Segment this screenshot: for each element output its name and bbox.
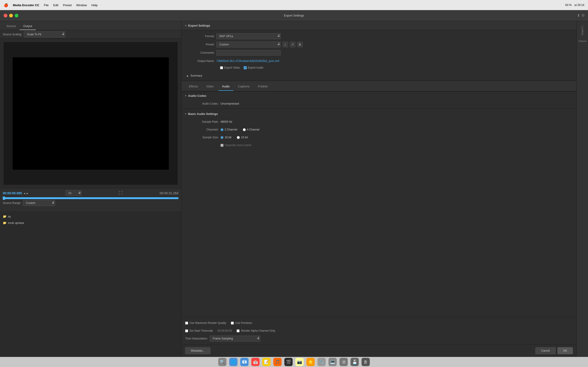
sample-rate-label: Sample Rate: bbox=[189, 120, 219, 123]
render-alpha-label: Render Alpha Channel Only bbox=[241, 329, 275, 332]
dock-safari[interactable]: 🌐 bbox=[229, 358, 237, 366]
dock-mail[interactable]: 📧 bbox=[240, 358, 249, 366]
separate-mono-option[interactable]: Separate mono tracks bbox=[221, 144, 251, 147]
dock-calendar[interactable]: 📅 bbox=[251, 358, 259, 366]
time-interpolation-wrapper[interactable]: Frame Sampling bbox=[210, 336, 260, 342]
source-range-select[interactable]: Custom bbox=[23, 200, 55, 206]
menu-edit[interactable]: Edit bbox=[53, 3, 58, 7]
tab-video[interactable]: Video bbox=[203, 82, 217, 91]
source-range-wrapper[interactable]: Custom bbox=[23, 200, 55, 206]
play-forward-btn[interactable]: ▸ bbox=[27, 192, 28, 195]
close-button[interactable] bbox=[4, 14, 7, 17]
render-alpha-checkbox[interactable] bbox=[237, 329, 240, 332]
dock-itunes[interactable]: 🎵 bbox=[273, 358, 282, 366]
menu-help[interactable]: Help bbox=[91, 3, 98, 7]
export-settings-title: Export Settings bbox=[188, 24, 210, 27]
export-video-label[interactable]: Export Video bbox=[220, 66, 240, 69]
dock-system-prefs[interactable]: 🔧 bbox=[317, 358, 326, 366]
sample-size-row: Sample Size: 16 bit 24 bit bbox=[185, 133, 573, 141]
bit-24-radio[interactable] bbox=[237, 136, 240, 139]
export-audio-label[interactable]: Export Audio bbox=[244, 66, 263, 69]
copy-icon[interactable]: ⧉ bbox=[582, 13, 584, 18]
output-name-value[interactable]: 73b850c6-2fc1-4729-a0a4-8d2031902fe2_pcm… bbox=[216, 59, 279, 63]
channel-2-radio[interactable] bbox=[221, 128, 224, 131]
file-item-xy[interactable]: 📁 xy bbox=[2, 213, 179, 219]
use-previews-option[interactable]: Use Previews bbox=[231, 321, 252, 325]
window-controls bbox=[4, 14, 18, 17]
channel-4-radio[interactable] bbox=[243, 128, 246, 131]
apple-menu[interactable]: 🍎 bbox=[4, 3, 8, 7]
tab-effects[interactable]: Effects bbox=[185, 82, 202, 91]
channel-2-option[interactable]: 2 Channel bbox=[221, 128, 237, 131]
zoom-wrapper[interactable]: Fit bbox=[65, 190, 82, 196]
delete-preset-btn[interactable]: 🗑 bbox=[297, 42, 303, 47]
timeline-handle[interactable] bbox=[3, 197, 5, 200]
volume-label: /Volume bbox=[578, 40, 586, 42]
menu-file[interactable]: File bbox=[44, 3, 49, 7]
preview-area bbox=[4, 42, 178, 185]
source-scaling-select[interactable]: Scale To Fit bbox=[24, 31, 65, 37]
separate-mono-checkbox[interactable] bbox=[221, 144, 224, 147]
dock-finder[interactable]: 🔍 bbox=[218, 358, 226, 366]
file-item-zvuk[interactable]: 📁 zvuk uprava bbox=[2, 219, 179, 226]
action-right: Cancel OK bbox=[536, 347, 573, 354]
preset-select[interactable]: Custom bbox=[216, 42, 281, 48]
playback-controls: ◂ ▸ bbox=[24, 192, 28, 195]
bit-16-radio[interactable] bbox=[221, 136, 224, 139]
zoom-select[interactable]: Fit bbox=[65, 190, 82, 196]
dock-notes[interactable]: 📝 bbox=[262, 358, 271, 366]
dock-star[interactable]: ⭐ bbox=[306, 358, 315, 366]
channels-radio-group: 2 Channel 4 Channel bbox=[221, 128, 259, 131]
dock-trash[interactable]: 🗑 bbox=[362, 358, 370, 366]
cancel-button[interactable]: Cancel bbox=[536, 347, 555, 354]
comments-input[interactable] bbox=[216, 50, 281, 56]
tab-output[interactable]: Output bbox=[19, 23, 36, 30]
set-start-timecode-option[interactable]: Set Start Timecode bbox=[185, 329, 213, 332]
dock-laptop[interactable]: 💻 bbox=[329, 358, 337, 366]
fullscreen-btn[interactable]: ⛶ bbox=[119, 191, 122, 195]
channel-4-label: 4 Channel bbox=[247, 128, 259, 131]
metadata-button[interactable]: Metadata... bbox=[185, 347, 210, 354]
dock-photos[interactable]: 📷 bbox=[295, 358, 304, 366]
menu-preset[interactable]: Preset bbox=[63, 3, 72, 7]
collapse-arrow[interactable]: ▾ bbox=[185, 24, 186, 27]
export-audio-checkbox[interactable] bbox=[244, 66, 247, 69]
minimize-button[interactable] bbox=[9, 14, 13, 17]
export-video-checkbox[interactable] bbox=[220, 66, 223, 69]
dock-save[interactable]: 💾 bbox=[351, 358, 359, 366]
reset-preset-btn[interactable]: ↺ bbox=[290, 42, 295, 47]
audio-codec-section: ▾ Audio Codec Audio Codec: Uncompressed bbox=[182, 92, 577, 108]
render-alpha-option[interactable]: Render Alpha Channel Only bbox=[237, 329, 275, 332]
max-render-quality-option[interactable]: Use Maximum Render Quality bbox=[185, 321, 226, 325]
use-previews-checkbox[interactable] bbox=[231, 322, 234, 325]
format-select[interactable]: MXF OP1a bbox=[216, 33, 281, 39]
separate-mono-row: Separate mono tracks bbox=[185, 141, 573, 149]
play-back-btn[interactable]: ◂ bbox=[24, 192, 25, 195]
tab-audio[interactable]: Audio bbox=[218, 82, 233, 91]
preset-select-wrapper[interactable]: Custom bbox=[216, 42, 281, 48]
channel-4-option[interactable]: 4 Channel bbox=[243, 128, 259, 131]
dock-premiere[interactable]: 🎬 bbox=[284, 358, 293, 366]
bit-16-option[interactable]: 16 bit bbox=[221, 136, 231, 139]
share-icon[interactable]: ⬆ bbox=[577, 13, 580, 18]
set-start-timecode-checkbox[interactable] bbox=[185, 329, 188, 332]
tab-captions[interactable]: Captions bbox=[234, 82, 253, 91]
max-render-quality-checkbox[interactable] bbox=[185, 322, 188, 325]
tab-source[interactable]: Source bbox=[3, 23, 19, 30]
menu-window[interactable]: Window bbox=[76, 3, 87, 7]
timeline-bar[interactable] bbox=[3, 197, 179, 199]
maximize-button[interactable] bbox=[15, 14, 18, 17]
basic-audio-collapse[interactable]: ▾ bbox=[185, 113, 186, 115]
save-preset-btn[interactable]: ⤓ bbox=[283, 42, 288, 47]
tab-publish[interactable]: Publish bbox=[254, 82, 271, 91]
format-select-wrapper[interactable]: MXF OP1a bbox=[216, 33, 281, 39]
ok-button[interactable]: OK bbox=[557, 347, 573, 354]
time-interpolation-select[interactable]: Frame Sampling bbox=[210, 336, 260, 342]
source-scaling-wrapper[interactable]: Scale To Fit bbox=[24, 31, 65, 37]
audio-codec-collapse[interactable]: ▾ bbox=[185, 94, 186, 97]
app-name[interactable]: Media Encoder CC bbox=[13, 3, 39, 7]
summary-row[interactable]: ▸ Summary bbox=[182, 72, 577, 79]
dock-monitor[interactable]: 🖥 bbox=[339, 358, 348, 366]
comments-row: Comments: bbox=[187, 49, 571, 57]
bit-24-option[interactable]: 24 bit bbox=[237, 136, 248, 139]
